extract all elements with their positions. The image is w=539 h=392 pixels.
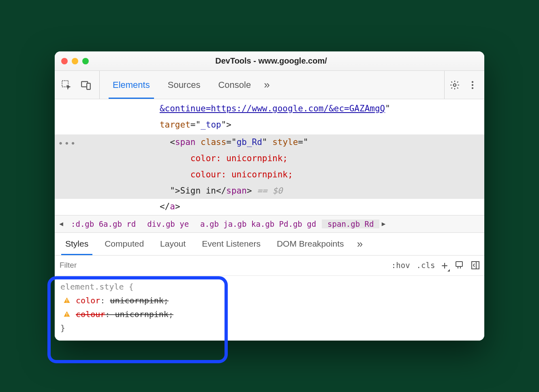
devtools-window: DevTools - www.google.com/ Elements Sour… [55, 51, 484, 341]
titlebar: DevTools - www.google.com/ [55, 51, 484, 71]
subtab-computed[interactable]: Computed [96, 233, 152, 255]
tab-elements[interactable]: Elements [104, 71, 159, 99]
hov-toggle[interactable]: :hov [391, 261, 410, 270]
kebab-menu-icon[interactable] [466, 79, 479, 91]
subtab-layout[interactable]: Layout [152, 233, 194, 255]
dom-breadcrumb: ◀ :d.gb_6a.gb_rd div.gb_ye a.gb_ja.gb_ka… [55, 215, 484, 233]
tab-console[interactable]: Console [209, 71, 260, 99]
computed-panel-icon[interactable] [471, 260, 480, 270]
window-title: DevTools - www.google.com/ [64, 56, 478, 66]
svg-rect-7 [456, 262, 462, 266]
breadcrumb-left-arrow-icon[interactable]: ◀ [57, 220, 65, 228]
rule-selector[interactable]: element.style { [60, 280, 479, 294]
dom-tree[interactable]: &continue=https://www.google.com/&ec=GAZ… [55, 99, 484, 215]
svg-rect-2 [87, 83, 90, 89]
selected-dom-node[interactable]: ••• <span class="gb_Rd" style=" color: u… [55, 134, 484, 199]
settings-icon[interactable] [449, 79, 461, 91]
svg-rect-9 [66, 299, 67, 301]
inspect-element-icon[interactable] [60, 79, 73, 91]
breadcrumb-right-arrow-icon[interactable]: ▶ [379, 220, 387, 228]
more-subtabs-icon[interactable]: » [352, 233, 368, 255]
css-declaration[interactable]: colour: unicornpink; [60, 307, 479, 321]
breadcrumb-item[interactable]: div.gb_ye [141, 219, 195, 228]
subtab-styles[interactable]: Styles [57, 233, 96, 255]
expand-dots-icon[interactable]: ••• [58, 136, 77, 151]
svg-rect-11 [66, 313, 67, 315]
svg-rect-8 [472, 262, 479, 269]
breadcrumb-item[interactable]: a.gb_ja.gb_ka.gb_Pd.gb_gd [195, 219, 322, 228]
paint-flash-icon[interactable] [454, 260, 464, 270]
tab-sources[interactable]: Sources [159, 71, 210, 99]
warning-icon [63, 294, 71, 307]
cls-toggle[interactable]: .cls [417, 261, 435, 270]
styles-subtabs: Styles Computed Layout Event Listeners D… [55, 233, 484, 256]
svg-rect-12 [66, 315, 67, 316]
css-declaration[interactable]: color: unicornpink; [60, 294, 479, 307]
svg-point-6 [472, 87, 473, 89]
subtab-dom-breakpoints[interactable]: DOM Breakpoints [269, 233, 352, 255]
new-style-rule-icon[interactable]: +◢ [441, 259, 448, 271]
breadcrumb-item-active[interactable]: span.gb_Rd [322, 219, 379, 228]
subtab-event-listeners[interactable]: Event Listeners [194, 233, 269, 255]
styles-filter-row: :hov .cls +◢ [55, 256, 484, 276]
styles-filter-input[interactable] [59, 260, 391, 270]
device-toolbar-icon[interactable] [80, 79, 92, 91]
svg-point-4 [472, 81, 473, 83]
styles-rules[interactable]: element.style { color: unicornpink; colo… [55, 276, 484, 341]
svg-point-5 [472, 84, 473, 85]
more-tabs-icon[interactable]: » [260, 71, 274, 99]
rule-close-brace: } [60, 321, 479, 335]
svg-rect-10 [66, 302, 67, 303]
breadcrumb-item[interactable]: :d.gb_6a.gb_rd [65, 219, 141, 228]
svg-point-3 [453, 83, 456, 86]
dom-url-fragment[interactable]: &continue=https://www.google.com/&ec=GAZ… [160, 104, 385, 113]
panel-tabs: Elements Sources Console [104, 71, 260, 99]
main-toolbar: Elements Sources Console » [55, 71, 484, 99]
warning-icon [63, 307, 71, 321]
